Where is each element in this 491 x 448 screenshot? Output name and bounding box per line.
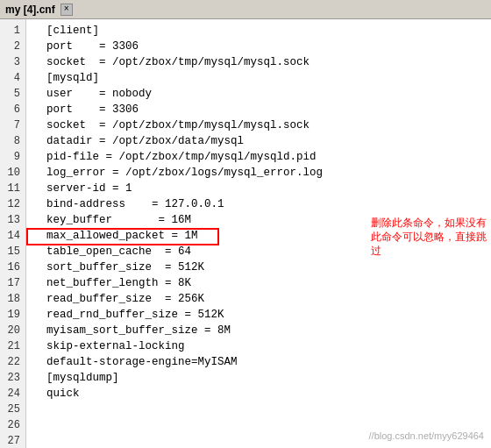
title-text: my [4].cnf — [5, 4, 55, 16]
line-numbers: 1234567891011121314151617181920212223242… — [0, 19, 26, 448]
line-number: 14 — [5, 228, 20, 244]
line-number: 17 — [5, 275, 20, 291]
code-line: port = 3306 — [33, 39, 484, 54]
close-button[interactable]: × — [60, 4, 73, 16]
line-number: 26 — [5, 417, 20, 433]
editor-container: 1234567891011121314151617181920212223242… — [0, 19, 491, 448]
line-number: 8 — [5, 133, 20, 149]
line-number: 12 — [5, 196, 20, 212]
line-number: 2 — [5, 39, 20, 54]
code-line: myisam_sort_buffer_size = 8M — [33, 323, 484, 338]
code-line: log_error = /opt/zbox/logs/mysql_error.l… — [33, 165, 484, 181]
code-line: port = 3306 — [33, 102, 484, 117]
code-line: read_rnd_buffer_size = 512K — [33, 307, 484, 323]
line-number: 25 — [5, 402, 20, 417]
code-line: [mysqld] — [33, 70, 484, 86]
line-number: 19 — [5, 307, 20, 323]
line-number: 5 — [5, 86, 20, 102]
code-line: default-storage-engine=MyISAM — [33, 354, 484, 370]
code-line: net_buffer_length = 8K — [33, 275, 484, 291]
watermark: //blog.csdn.net/myy629464 — [369, 430, 484, 441]
line-number: 4 — [5, 70, 20, 86]
code-line: socket = /opt/zbox/tmp/mysql/mysql.sock — [33, 54, 484, 70]
code-line: user = nobody — [33, 86, 484, 102]
annotation: 删除此条命令，如果没有此命令可以忽略，直接跳过 — [371, 216, 489, 258]
line-number: 24 — [5, 386, 20, 402]
line-number: 3 — [5, 54, 20, 70]
line-number: 11 — [5, 181, 20, 196]
code-line: server-id = 1 — [33, 181, 484, 196]
code-line: socket = /opt/zbox/tmp/mysql/mysql.sock — [33, 117, 484, 133]
code-line: pid-file = /opt/zbox/tmp/mysql/mysqld.pi… — [33, 149, 484, 165]
line-number: 16 — [5, 260, 20, 275]
code-line: datadir = /opt/zbox/data/mysql — [33, 133, 484, 149]
line-number: 18 — [5, 291, 20, 307]
line-number: 1 — [5, 23, 20, 39]
line-number: 22 — [5, 354, 20, 370]
line-number: 10 — [5, 165, 20, 181]
line-number: 21 — [5, 338, 20, 354]
line-number: 20 — [5, 323, 20, 338]
code-line: quick — [33, 386, 484, 402]
code-area[interactable]: [client] port = 3306 socket = /opt/zbox/… — [26, 19, 491, 448]
code-line: [client] — [33, 23, 484, 39]
code-line: sort_buffer_size = 512K — [33, 260, 484, 275]
code-line: bind-address = 127.0.0.1 — [33, 196, 484, 212]
line-number: 9 — [5, 149, 20, 165]
title-bar: my [4].cnf × — [0, 0, 491, 19]
code-line: [mysqldump] — [33, 370, 484, 386]
line-number: 6 — [5, 102, 20, 117]
line-number: 15 — [5, 244, 20, 260]
code-line: read_buffer_size = 256K — [33, 291, 484, 307]
code-line: skip-external-locking — [33, 338, 484, 354]
line-number: 27 — [5, 433, 20, 448]
line-number: 7 — [5, 117, 20, 133]
line-number: 23 — [5, 370, 20, 386]
line-number: 13 — [5, 212, 20, 228]
